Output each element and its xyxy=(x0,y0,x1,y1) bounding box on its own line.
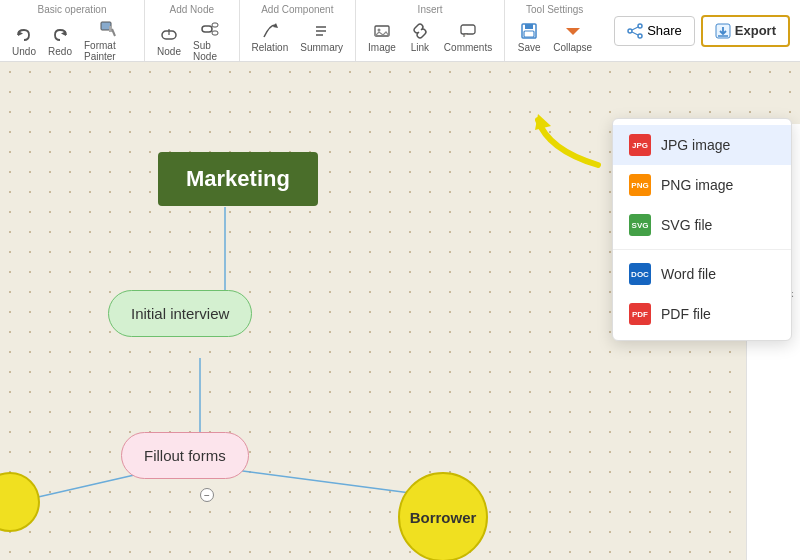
sub-node-icon xyxy=(200,19,220,39)
node-marketing[interactable]: Marketing xyxy=(158,152,318,206)
toolbar-group-addcomponent: Add Component Relation Summary xyxy=(240,0,357,61)
svg-rect-8 xyxy=(212,23,218,27)
toolbar-insert-items: Image Link Comments xyxy=(364,17,496,57)
save-label: Save xyxy=(518,42,541,53)
format-painter-icon xyxy=(98,19,118,39)
export-jpg-item[interactable]: JPG JPG image xyxy=(613,125,791,165)
undo-label: Undo xyxy=(12,46,36,57)
comments-icon xyxy=(458,21,478,41)
node-button[interactable]: Node xyxy=(153,23,185,59)
sub-node-button[interactable]: Sub Node xyxy=(189,17,231,64)
svg-line-24 xyxy=(632,27,638,30)
collapse-icon xyxy=(563,21,583,41)
image-icon xyxy=(372,21,392,41)
svg-rect-3 xyxy=(109,26,112,32)
summary-button[interactable]: Summary xyxy=(296,19,347,55)
share-button[interactable]: Share xyxy=(614,16,695,46)
svg-marker-0 xyxy=(18,31,23,36)
save-button[interactable]: Save xyxy=(513,19,545,55)
svg-rect-9 xyxy=(212,31,218,35)
svg-marker-43 xyxy=(535,114,551,130)
svg-point-23 xyxy=(638,34,642,38)
svg-marker-20 xyxy=(566,28,580,35)
export-svg-label: SVG file xyxy=(661,217,712,233)
collapse-button[interactable]: Collapse xyxy=(549,19,596,55)
node-initial-interview[interactable]: Initial interview xyxy=(108,290,252,337)
export-jpg-label: JPG image xyxy=(661,137,730,153)
link-label: Link xyxy=(411,42,429,53)
initial-interview-label: Initial interview xyxy=(131,305,229,322)
summary-icon xyxy=(312,21,332,41)
node-label: Node xyxy=(157,46,181,57)
export-word-label: Word file xyxy=(661,266,716,282)
relation-button[interactable]: Relation xyxy=(248,19,293,55)
export-pdf-item[interactable]: PDF PDF file xyxy=(613,294,791,334)
node-borrower[interactable]: Borrower xyxy=(398,472,488,560)
svg-point-22 xyxy=(628,29,632,33)
svg-line-25 xyxy=(632,32,638,35)
word-icon: DOC xyxy=(629,263,651,285)
dropdown-divider xyxy=(613,249,791,250)
summary-label: Summary xyxy=(300,42,343,53)
toolbar-addcomponent-items: Relation Summary xyxy=(248,17,348,57)
svg-rect-18 xyxy=(525,24,533,29)
pdf-icon: PDF xyxy=(629,303,651,325)
toolbar-right: Share Export xyxy=(604,0,800,61)
export-label: Export xyxy=(735,23,776,38)
collapse-fillout[interactable]: − xyxy=(200,488,214,502)
toolbar-group-basic-label: Basic operation xyxy=(8,4,136,15)
toolbar-addnode-items: Node Sub Node xyxy=(153,17,231,64)
svg-icon: SVG xyxy=(629,214,651,236)
share-icon xyxy=(627,23,643,39)
redo-icon xyxy=(50,25,70,45)
svg-point-15 xyxy=(377,29,380,32)
yellow-arrow xyxy=(528,110,608,174)
format-painter-label: Format Painter xyxy=(84,40,132,62)
svg-rect-16 xyxy=(461,25,475,34)
comments-label: Comments xyxy=(444,42,492,53)
export-button[interactable]: Export xyxy=(701,15,790,47)
toolbar-group-insert-label: Insert xyxy=(364,4,496,15)
toolbar-group-toolsettings-label: Tool Settings xyxy=(513,4,596,15)
fillout-forms-label: Fillout forms xyxy=(144,447,226,464)
png-icon: PNG xyxy=(629,174,651,196)
format-painter-button[interactable]: Format Painter xyxy=(80,17,136,64)
svg-point-21 xyxy=(638,24,642,28)
save-icon xyxy=(519,21,539,41)
image-button[interactable]: Image xyxy=(364,19,400,55)
node-icon xyxy=(159,25,179,45)
canvas: Marketing Initial interview Fillout form… xyxy=(0,62,800,560)
export-pdf-label: PDF file xyxy=(661,306,711,322)
export-icon xyxy=(715,23,731,39)
borrower-label: Borrower xyxy=(410,509,477,526)
svg-line-4 xyxy=(112,29,115,36)
undo-button[interactable]: Undo xyxy=(8,23,40,59)
toolbar-group-addnode: Add Node Node Sub Node xyxy=(145,0,240,61)
redo-label: Redo xyxy=(48,46,72,57)
sub-node-label: Sub Node xyxy=(193,40,227,62)
link-button[interactable]: Link xyxy=(404,19,436,55)
marketing-label: Marketing xyxy=(186,166,290,191)
svg-rect-7 xyxy=(202,26,212,32)
toolbar-toolsettings-items: Save Collapse xyxy=(513,17,596,57)
toolbar-group-addcomponent-label: Add Component xyxy=(248,4,348,15)
export-png-item[interactable]: PNG PNG image xyxy=(613,165,791,205)
relation-label: Relation xyxy=(252,42,289,53)
link-icon xyxy=(410,21,430,41)
svg-marker-1 xyxy=(61,31,66,36)
image-label: Image xyxy=(368,42,396,53)
node-fillout-forms[interactable]: Fillout forms xyxy=(121,432,249,479)
jpg-icon: JPG xyxy=(629,134,651,156)
comments-button[interactable]: Comments xyxy=(440,19,496,55)
toolbar-group-basic: Basic operation Undo Redo Format Painter xyxy=(0,0,145,61)
toolbar-group-insert: Insert Image Link Comments xyxy=(356,0,505,61)
collapse-label: Collapse xyxy=(553,42,592,53)
node-yellow-left[interactable] xyxy=(0,472,40,532)
toolbar-group-toolsettings: Tool Settings Save Collapse xyxy=(505,0,604,61)
undo-icon xyxy=(14,25,34,45)
relation-icon xyxy=(260,21,280,41)
export-word-item[interactable]: DOC Word file xyxy=(613,254,791,294)
export-svg-item[interactable]: SVG SVG file xyxy=(613,205,791,245)
redo-button[interactable]: Redo xyxy=(44,23,76,59)
toolbar: Basic operation Undo Redo Format Painter xyxy=(0,0,800,62)
